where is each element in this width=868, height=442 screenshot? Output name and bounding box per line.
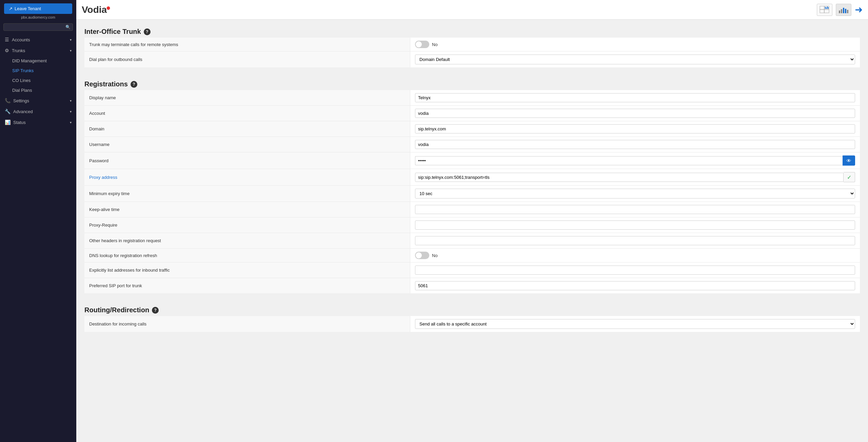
chevron-down-icon: ▾ [70, 99, 72, 103]
keepalive-input[interactable] [415, 205, 855, 214]
sidebar-item-sip-trunks[interactable]: SIP Trunks [0, 66, 76, 76]
inter-office-trunk-title: Inter-Office Trunk [84, 28, 141, 36]
proxy-require-input[interactable] [415, 220, 855, 230]
proxy-address-label: Proxy address [89, 175, 117, 180]
domain-input[interactable] [415, 124, 855, 133]
svg-rect-12 [845, 9, 846, 13]
field-label: Proxy-Require [84, 217, 410, 233]
chart-icon-1[interactable] [817, 4, 832, 16]
vodia-dot: • [106, 2, 111, 14]
table-row: Preferred SIP port for trunk [84, 278, 860, 294]
table-row: Display name [84, 90, 860, 106]
inter-office-trunk-header: Inter-Office Trunk ? [84, 28, 860, 36]
routing-redirection-header: Routing/Redirection ? [84, 306, 860, 314]
svg-rect-9 [839, 10, 840, 13]
inter-office-trunk-section: Inter-Office Trunk ? Trunk may terminate… [76, 20, 868, 67]
password-input[interactable] [415, 156, 843, 165]
toggle-wrap: No [415, 41, 855, 48]
chevron-down-icon: ▾ [70, 49, 72, 52]
field-label: Password [84, 152, 410, 169]
sidebar-item-advanced[interactable]: 🔧 Advanced ▾ [0, 106, 76, 117]
inbound-addresses-input[interactable] [415, 266, 855, 275]
leave-icon: ↗ [9, 6, 13, 11]
sidebar-item-trunks[interactable]: ⚙ Trunks ▾ [0, 45, 76, 56]
table-row: DNS lookup for registration refresh No [84, 249, 860, 262]
toggle-switch[interactable] [415, 41, 429, 48]
advanced-icon: 🔧 [5, 109, 11, 114]
field-label: Domain [84, 121, 410, 137]
table-row: Explicitly list addresses for inbound tr… [84, 262, 860, 278]
password-toggle-button[interactable]: 👁 [843, 155, 855, 166]
field-value: Send all calls to a specific account [410, 316, 860, 332]
proxy-check-icon: ✓ [844, 172, 855, 182]
settings-label: Settings [13, 98, 29, 103]
trunks-label: Trunks [12, 48, 25, 53]
sidebar-item-co-lines[interactable]: CO Lines [0, 76, 76, 85]
svg-rect-4 [824, 9, 829, 13]
registrations-section: Registrations ? Display name Account [76, 72, 868, 293]
inter-office-trunk-table: Trunk may terminate calls for remote sys… [84, 38, 860, 67]
table-row: Username [84, 137, 860, 152]
password-wrap: 👁 [415, 155, 855, 166]
table-row: Keep-alive time [84, 202, 860, 217]
svg-rect-3 [820, 9, 824, 13]
settings-icon: 📞 [5, 98, 11, 103]
sidebar-item-status[interactable]: 📊 Status ▾ [0, 117, 76, 128]
svg-rect-0 [820, 6, 830, 14]
field-value: No [410, 38, 860, 51]
other-headers-input[interactable] [415, 236, 855, 245]
inter-office-trunk-help-icon[interactable]: ? [144, 28, 151, 35]
toggle-slider [415, 41, 429, 48]
registrations-header: Registrations ? [84, 80, 860, 88]
svg-rect-11 [843, 8, 844, 13]
svg-rect-10 [841, 9, 842, 13]
username-input[interactable] [415, 140, 855, 149]
accounts-label: Accounts [12, 37, 30, 42]
status-icon: 📊 [5, 120, 11, 125]
table-row: Proxy address ✓ [84, 169, 860, 186]
topbar: Vodia• [76, 0, 868, 20]
registrations-help-icon[interactable]: ? [131, 81, 137, 88]
min-expiry-select[interactable]: 10 sec [415, 189, 855, 198]
svg-rect-1 [820, 6, 824, 9]
accounts-icon: ☰ [5, 37, 9, 42]
field-value [410, 217, 860, 233]
vodia-logo-text: Vodia [82, 4, 107, 15]
chevron-down-icon: ▾ [70, 38, 72, 42]
field-value: 10 sec [410, 186, 860, 202]
leave-tenant-button[interactable]: ↗ Leave Tenant [4, 3, 72, 14]
display-name-input[interactable] [415, 93, 855, 102]
chart-icon-2[interactable] [836, 4, 851, 16]
field-value [410, 90, 860, 106]
sidebar-item-settings[interactable]: 📞 Settings ▾ [0, 95, 76, 106]
routing-redirection-help-icon[interactable]: ? [152, 307, 159, 314]
sidebar-item-dial-plans[interactable]: Dial Plans [0, 85, 76, 95]
field-value: ✓ [410, 169, 860, 186]
main-area: Vodia• [76, 0, 868, 442]
sidebar: ↗ Leave Tenant pbx.audiomercy.com 🔍 ☰ Ac… [0, 0, 76, 442]
field-value [410, 137, 860, 152]
svg-rect-13 [847, 10, 848, 13]
field-value [410, 262, 860, 278]
dial-plan-select[interactable]: Domain Default [415, 55, 855, 64]
table-row: Password 👁 [84, 152, 860, 169]
status-label: Status [13, 120, 26, 125]
leave-tenant-label: Leave Tenant [15, 6, 41, 11]
sip-port-input[interactable] [415, 281, 855, 290]
svg-rect-7 [827, 6, 828, 9]
sidebar-item-accounts[interactable]: ☰ Accounts ▾ [0, 34, 76, 45]
destination-incoming-select[interactable]: Send all calls to a specific account [415, 319, 855, 329]
proxy-address-input[interactable] [415, 173, 844, 182]
chevron-down-icon: ▾ [70, 121, 72, 124]
search-input[interactable] [6, 25, 65, 29]
chevron-down-icon: ▾ [70, 110, 72, 113]
dns-toggle-switch[interactable] [415, 252, 429, 259]
account-input[interactable] [415, 109, 855, 118]
registrations-title: Registrations [84, 80, 128, 88]
table-row: Account [84, 106, 860, 121]
sidebar-item-did-management[interactable]: DID Management [0, 56, 76, 66]
table-row: Dial plan for outbound calls Domain Defa… [84, 51, 860, 68]
toggle-wrap: No [415, 252, 855, 259]
logout-icon[interactable]: ➜ [855, 4, 863, 15]
trunks-icon: ⚙ [5, 48, 9, 53]
